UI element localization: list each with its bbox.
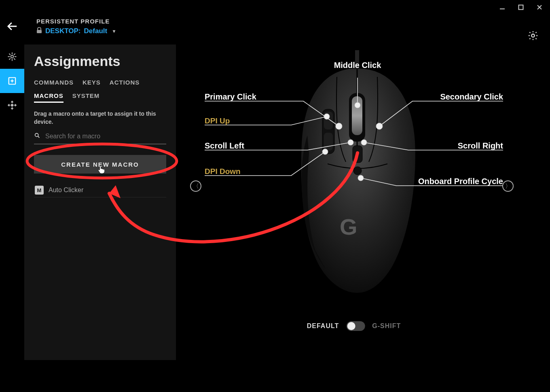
svg-point-34 (348, 140, 353, 145)
chevron-down-icon[interactable]: ▾ (113, 28, 115, 34)
search-icon (34, 132, 40, 140)
gshift-toggle[interactable] (346, 321, 365, 331)
profile-selector[interactable]: DESKTOP: Default ▾ (36, 27, 115, 35)
svg-line-21 (38, 136, 40, 138)
macro-badge-icon: M (35, 186, 44, 195)
svg-point-31 (376, 123, 383, 129)
svg-point-37 (358, 175, 364, 181)
label-secondary-click: Secondary Click (440, 92, 503, 101)
profile-location: DESKTOP: (45, 27, 81, 35)
svg-point-20 (35, 133, 38, 137)
svg-point-35 (361, 140, 367, 145)
svg-rect-24 (324, 133, 333, 150)
profile-section-label: PERSISTENT PROFILE (36, 18, 115, 25)
tab-macros[interactable]: MACROS (34, 92, 63, 103)
create-new-macro-button[interactable]: CREATE NEW MACRO (34, 155, 166, 174)
label-scroll-right: Scroll Right (458, 141, 503, 150)
svg-rect-5 (37, 30, 42, 33)
tab-commands[interactable]: COMMANDS (34, 79, 74, 88)
rail-tab-sensitivity[interactable] (0, 93, 24, 117)
svg-rect-1 (519, 5, 523, 10)
label-dpi-up: DPI Up (205, 117, 230, 125)
svg-line-14 (9, 59, 10, 59)
macro-list-item[interactable]: M Auto Clicker (34, 183, 166, 197)
svg-point-19 (11, 104, 13, 106)
svg-rect-26 (352, 96, 362, 135)
svg-line-15 (14, 54, 15, 55)
panel-title: Assignments (34, 53, 166, 69)
settings-button[interactable] (527, 30, 539, 43)
svg-rect-27 (353, 146, 362, 163)
device-diagram: G (186, 49, 522, 340)
svg-line-12 (9, 54, 10, 55)
rail-tab-lighting[interactable] (0, 44, 24, 69)
close-button[interactable] (535, 2, 544, 12)
svg-line-13 (14, 59, 15, 59)
tab-actions[interactable]: ACTIONS (110, 79, 140, 88)
tab-keys[interactable]: KEYS (82, 79, 101, 88)
label-middle-click: Middle Click (334, 61, 382, 70)
next-device-button[interactable]: 〉 (502, 180, 514, 192)
prev-device-button[interactable]: 〈 (190, 180, 201, 192)
label-dpi-down: DPI Down (205, 167, 241, 176)
label-primary-click: Primary Click (205, 92, 257, 101)
svg-point-36 (355, 102, 360, 108)
svg-point-30 (336, 123, 342, 129)
assignments-panel: Assignments COMMANDS KEYS ACTIONS MACROS… (24, 44, 176, 360)
lock-icon (36, 27, 42, 35)
macro-name: Auto Clicker (49, 186, 83, 194)
svg-point-32 (324, 114, 330, 119)
label-profile-cycle: Onboard Profile Cycle (418, 177, 503, 186)
rail-tab-assignments[interactable] (0, 69, 24, 93)
mode-gshift-label: G-SHIFT (372, 322, 401, 330)
svg-point-7 (11, 55, 14, 58)
svg-point-33 (322, 149, 328, 155)
create-label: CREATE NEW MACRO (61, 161, 139, 168)
profile-name: Default (84, 27, 108, 35)
help-text: Drag a macro onto a target to assign it … (34, 110, 166, 126)
svg-point-6 (531, 34, 534, 37)
svg-text:G: G (340, 214, 358, 239)
tab-system[interactable]: SYSTEM (72, 92, 100, 103)
minimize-button[interactable] (497, 2, 507, 12)
back-button[interactable] (0, 20, 24, 32)
maximize-button[interactable] (516, 2, 526, 12)
macro-search[interactable] (34, 131, 166, 144)
label-scroll-left: Scroll Left (205, 141, 244, 150)
search-input[interactable] (44, 132, 166, 140)
mode-default-label: DEFAULT (307, 322, 339, 330)
svg-point-28 (353, 167, 362, 175)
